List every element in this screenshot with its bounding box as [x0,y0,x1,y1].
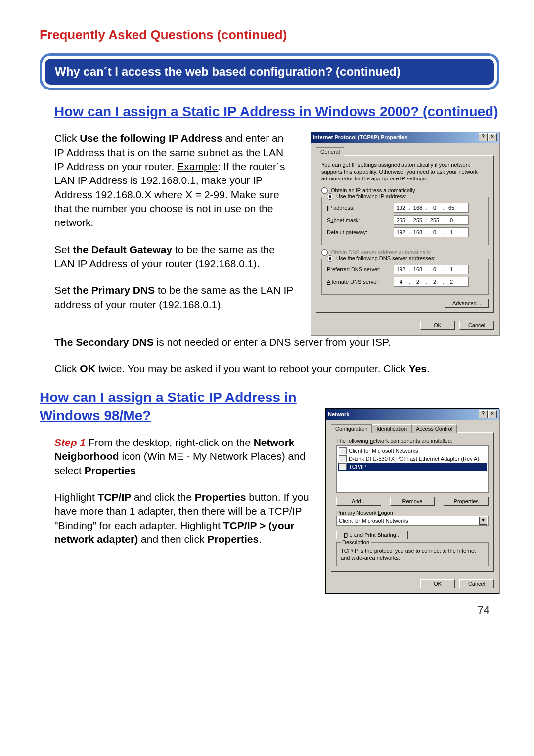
tab-general[interactable]: General [316,147,344,156]
preferred-dns-label: Preferred DNS server: [327,267,394,272]
tab-access-control[interactable]: Access Control [411,424,457,433]
text: Set [54,244,73,255]
ip-group: Use the following IP address: IP address… [321,197,489,245]
alternate-dns-input[interactable]: 4. 2. 2. 2 [394,277,469,287]
combo-value: Client for Microsoft Networks [339,518,408,524]
primary-logon-combo[interactable]: Client for Microsoft Networks ▼ [336,516,489,526]
dialog-description: You can get IP settings assigned automat… [321,162,489,182]
ip-octet: 0 [428,267,442,272]
ip-octet: 168 [411,205,425,211]
properties-button[interactable]: Properties [444,497,489,506]
list-item[interactable]: TCP/IP [338,463,487,471]
components-listbox[interactable]: Client for Microsoft Networks D-Link DFE… [336,445,489,493]
help-icon[interactable]: ? [479,410,488,418]
radio-icon [327,193,333,200]
ip-octet: 255 [394,217,408,223]
tab-identification[interactable]: Identification [372,424,411,433]
description-fieldset: Description TCP/IP is the protocol you u… [336,542,489,566]
list-item[interactable]: D-Link DFE-530TX PCI Fast Ethernet Adapt… [338,455,487,463]
text-bold: TCP/IP [98,491,132,503]
ip-octet: 168 [411,229,425,235]
close-icon[interactable]: × [488,410,497,418]
text-bold: Use the following IP Address [80,133,222,144]
page-number: 74 [40,604,499,617]
help-icon[interactable]: ? [479,133,488,141]
list-item-label: Client for Microsoft Networks [349,448,418,454]
advanced-button[interactable]: Advanced... [445,299,489,308]
banner-frame: Why can´t I access the web based configu… [40,53,499,90]
text-bold: the Primary DNS [73,284,155,296]
radio-label: OObtain an IP address automaticallybtain… [331,187,415,193]
tab-configuration[interactable]: Configuration [331,424,372,433]
ip-octet: 0 [445,217,458,223]
list-item-label: TCP/IP [349,464,366,470]
ip-octet: 255 [411,217,425,223]
network-dialog: Network ? × ConfigurationIdentificationA… [325,408,499,594]
alternate-dns-label: Alternate DNS server: [327,279,394,285]
text: Highlight [54,491,98,503]
primary-logon-label: Primary Network Logon: [336,510,489,516]
default-gateway-input[interactable]: 192. 168. 0. 1 [394,227,469,237]
close-icon[interactable]: × [488,133,497,141]
list-item[interactable]: Client for Microsoft Networks [338,447,487,455]
step-label: Step 1 [54,437,86,448]
text-bold: the Default Gateway [73,244,172,255]
ip-octet: 0 [428,205,442,211]
text: Click [54,133,80,144]
text: Set [54,284,73,296]
ip-octet: 2 [411,279,425,285]
subnet-mask-input[interactable]: 255. 255. 255. 0 [394,215,469,225]
text: From the desktop, right-click on the [86,437,254,448]
ip-octet: 65 [445,205,458,211]
default-gateway-label: Default gateway: [327,229,394,235]
dialog-titlebar[interactable]: Network ? × [326,409,499,420]
body-text-1: Click Use the following IP Address and e… [54,132,296,335]
banner: Why can´t I access the web based configu… [45,59,494,85]
fieldset-legend: Description [341,539,371,545]
dns-group: Use the following DNS server addresses: … [321,259,489,295]
ip-octet: 4 [394,279,408,285]
ip-octet: 2 [445,279,458,285]
adapter-icon [339,455,347,462]
text: twice. You may be asked if you want to r… [95,363,409,374]
text-bold: Properties [85,465,136,476]
radio-label: Obtain DNS server address automatically [331,249,431,255]
ok-button[interactable]: OK [420,579,455,588]
remove-button[interactable]: Remove [390,497,435,506]
radio-use-following[interactable]: Use the following IP address: [327,193,408,200]
text: and then click [138,534,207,545]
ip-octet: 192 [394,229,408,235]
page-title: Frequently Asked Questions (continued) [40,27,499,43]
text-bold: Yes [409,363,427,374]
ip-octet: 192 [394,267,408,272]
text: . [259,534,262,545]
text-bold: OK [80,363,95,374]
radio-dns-manual[interactable]: Use the following DNS server addresses: [327,255,438,262]
subnet-mask-label: Subnet mask: [327,217,394,223]
text: is not needed or enter a DNS server from… [154,336,391,348]
body-text-continued: The Secondary DNS is not needed or enter… [40,335,499,376]
description-body: TCP/IP is the protocol you use to connec… [341,548,484,562]
ok-button[interactable]: OK [420,321,455,330]
body-text-2: How can I assign a Static IP Address in … [54,389,311,594]
ip-address-label: IP address: [327,205,394,211]
protocol-icon [339,463,347,470]
list-item-label: D-Link DFE-530TX PCI Fast Ethernet Adapt… [349,456,479,462]
dialog-titlebar[interactable]: Internet Protocol (TCP/IP) Properties ? … [311,132,499,143]
cancel-button[interactable]: Cancel [459,579,494,588]
cancel-button[interactable]: Cancel [459,321,494,330]
text: Click [54,363,80,374]
ip-address-input[interactable]: 192. 168. 0. 65 [394,203,469,213]
dialog-title: Network [328,411,479,417]
preferred-dns-input[interactable]: 192. 168. 0. 1 [394,265,469,274]
radio-icon [327,255,333,262]
file-print-sharing-button[interactable]: File and Print Sharing... [336,531,408,539]
text-bold: Properties [195,491,246,503]
ip-octet: 255 [428,217,442,223]
ip-octet: 1 [445,229,458,235]
chevron-down-icon: ▼ [479,517,487,525]
add-button[interactable]: Add... [336,497,381,506]
text: and click the [131,491,194,503]
radio-label: Use the following IP address: [336,193,406,199]
ip-octet: 168 [411,267,425,272]
